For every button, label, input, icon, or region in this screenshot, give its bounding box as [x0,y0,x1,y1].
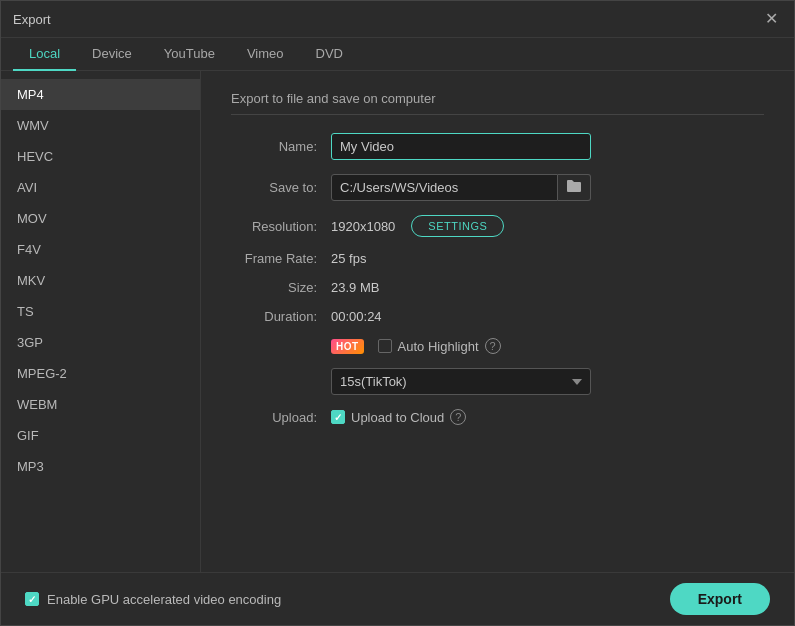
gpu-label: Enable GPU accelerated video encoding [47,592,281,607]
resolution-label: Resolution: [231,219,331,234]
upload-label: Upload: [231,410,331,425]
sidebar-item-wmv[interactable]: WMV [1,110,200,141]
sidebar-item-mp3[interactable]: MP3 [1,451,200,482]
title-bar: Export ✕ [1,1,794,38]
close-button[interactable]: ✕ [761,9,782,29]
save-to-label: Save to: [231,180,331,195]
sidebar-item-avi[interactable]: AVI [1,172,200,203]
size-row: Size: 23.9 MB [231,280,764,295]
sidebar-item-webm[interactable]: WEBM [1,389,200,420]
sidebar-item-ts[interactable]: TS [1,296,200,327]
size-label: Size: [231,280,331,295]
size-value: 23.9 MB [331,280,379,295]
section-title: Export to file and save on computer [231,91,764,115]
upload-to-cloud-checkbox[interactable] [331,410,345,424]
upload-help-icon[interactable]: ? [450,409,466,425]
auto-highlight-label: Auto Highlight [398,339,479,354]
frame-rate-row: Frame Rate: 25 fps [231,251,764,266]
window-title: Export [13,12,51,27]
auto-highlight-help-icon[interactable]: ? [485,338,501,354]
gpu-checkbox[interactable] [25,592,39,606]
tiktok-row: 15s(TikTok) [231,368,764,395]
sidebar-item-3gp[interactable]: 3GP [1,327,200,358]
sidebar-item-mov[interactable]: MOV [1,203,200,234]
duration-label: Duration: [231,309,331,324]
name-input[interactable] [331,133,591,160]
upload-row: Upload: Upload to Cloud ? [231,409,764,425]
footer-left: Enable GPU accelerated video encoding [25,592,281,607]
export-window: Export ✕ Local Device YouTube Vimeo DVD … [0,0,795,626]
upload-group: Upload to Cloud ? [331,409,466,425]
save-to-input[interactable] [331,174,558,201]
frame-rate-label: Frame Rate: [231,251,331,266]
resolution-row: Resolution: 1920x1080 SETTINGS [231,215,764,237]
tab-local[interactable]: Local [13,38,76,71]
tab-vimeo[interactable]: Vimeo [231,38,300,71]
hot-badge: HOT [331,339,364,354]
tab-bar: Local Device YouTube Vimeo DVD [1,38,794,71]
duration-row: Duration: 00:00:24 [231,309,764,324]
auto-highlight-checkbox[interactable] [378,339,392,353]
tab-device[interactable]: Device [76,38,148,71]
resolution-value: 1920x1080 [331,219,395,234]
browse-folder-button[interactable] [558,174,591,201]
sidebar-item-mpeg2[interactable]: MPEG-2 [1,358,200,389]
format-sidebar: MP4 WMV HEVC AVI MOV F4V MKV TS 3GP MPEG… [1,71,201,572]
sidebar-item-f4v[interactable]: F4V [1,234,200,265]
name-row: Name: [231,133,764,160]
export-button[interactable]: Export [670,583,770,615]
sidebar-item-hevc[interactable]: HEVC [1,141,200,172]
save-to-row: Save to: [231,174,764,201]
auto-highlight-group: HOT Auto Highlight ? [331,338,501,354]
tab-dvd[interactable]: DVD [300,38,359,71]
tab-youtube[interactable]: YouTube [148,38,231,71]
tiktok-dropdown[interactable]: 15s(TikTok) [331,368,591,395]
footer: Enable GPU accelerated video encoding Ex… [1,572,794,625]
settings-button[interactable]: SETTINGS [411,215,504,237]
sidebar-item-mkv[interactable]: MKV [1,265,200,296]
sidebar-item-mp4[interactable]: MP4 [1,79,200,110]
auto-highlight-row: HOT Auto Highlight ? [231,338,764,354]
sidebar-item-gif[interactable]: GIF [1,420,200,451]
frame-rate-value: 25 fps [331,251,366,266]
save-to-field [331,174,591,201]
name-label: Name: [231,139,331,154]
duration-value: 00:00:24 [331,309,382,324]
upload-to-cloud-label: Upload to Cloud [351,410,444,425]
content-area: MP4 WMV HEVC AVI MOV F4V MKV TS 3GP MPEG… [1,71,794,572]
main-panel: Export to file and save on computer Name… [201,71,794,572]
